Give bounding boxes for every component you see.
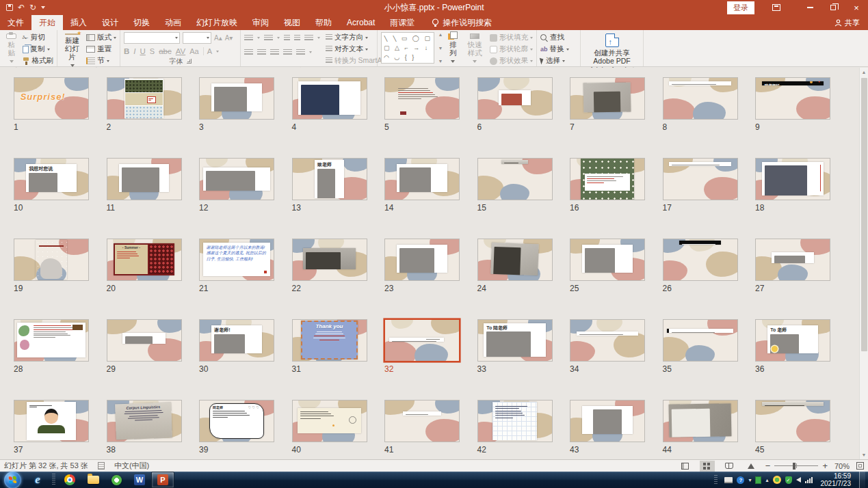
signin-button[interactable]: 登录 — [727, 1, 754, 14]
strikethrough-button[interactable]: abc — [159, 47, 172, 55]
scroll-up-arrow[interactable]: ▲ — [862, 68, 867, 77]
shapes-row[interactable]: ╲ ╲ ▭ ◯ ▢ — [384, 36, 432, 42]
view-slide-sorter-button[interactable] — [700, 461, 715, 472]
security-360-tray-icon[interactable] — [773, 476, 781, 484]
tray-caret-icon[interactable]: ▾ — [748, 477, 751, 483]
slide-thumbnail-34[interactable] — [570, 319, 645, 362]
tell-me-search[interactable]: 操作说明搜索 — [432, 15, 492, 30]
slide-thumbnail-9[interactable]: 陆老师好~♥ — [755, 77, 830, 120]
tab-雨课堂[interactable]: 雨课堂 — [382, 15, 422, 30]
cut-button[interactable]: ✁剪切 — [23, 32, 54, 43]
slide-thumbnail-15[interactable] — [477, 158, 553, 200]
restore-button[interactable] — [821, 0, 845, 15]
shapes-gallery-scroll[interactable]: ▲▼▼ — [438, 32, 443, 64]
slide-thumbnail-41[interactable] — [384, 400, 460, 442]
slide-thumbnail-43[interactable] — [570, 400, 645, 442]
bold-button[interactable]: B — [124, 47, 129, 55]
tab-文件[interactable]: 文件 — [0, 15, 31, 30]
slide-thumbnail-44[interactable] — [663, 400, 738, 442]
slide-thumbnail-19[interactable] — [14, 239, 89, 281]
tab-Acrobat[interactable]: Acrobat — [339, 15, 382, 30]
battery-tray-icon[interactable] — [755, 476, 761, 484]
zoom-slider-thumb[interactable] — [793, 463, 795, 470]
slide-thumbnail-12[interactable] — [199, 158, 274, 200]
arrange-button[interactable]: 排列 — [446, 32, 460, 66]
align-center-icon[interactable] — [257, 49, 266, 56]
minimize-button[interactable] — [798, 0, 821, 15]
slide-thumbnail-13[interactable]: 致老师 — [292, 158, 367, 200]
slide-thumbnail-26[interactable] — [663, 239, 738, 281]
zoom-in-button[interactable]: + — [822, 461, 828, 471]
network-tray-icon[interactable] — [805, 477, 813, 483]
grow-font-button[interactable]: A▴ — [214, 34, 222, 42]
layout-button[interactable]: 版式 — [86, 32, 116, 43]
section-button[interactable]: 节 — [86, 55, 116, 66]
show-desktop-button[interactable] — [859, 472, 865, 488]
zoom-out-button[interactable]: − — [765, 461, 771, 471]
scrollbar-thumb[interactable] — [861, 78, 867, 351]
start-button[interactable] — [4, 472, 21, 488]
columns-icon[interactable] — [296, 49, 305, 56]
slide-thumbnail-5[interactable] — [384, 77, 460, 120]
slide-thumbnail-10[interactable]: 我想对您说 — [14, 158, 89, 200]
create-pdf-button[interactable]: 创建并共享Adobe PDF — [591, 32, 632, 66]
taskbar-chrome-button[interactable] — [58, 472, 81, 488]
font-color-button[interactable]: A — [203, 47, 212, 55]
volume-tray-icon[interactable] — [796, 477, 801, 483]
slide-thumbnail-39[interactable]: ♡ ♡ ♡陆老师 — [199, 400, 274, 442]
underline-button[interactable]: U — [140, 47, 146, 55]
slide-thumbnail-1[interactable]: Surprise! — [14, 77, 89, 120]
save-icon[interactable] — [6, 4, 13, 11]
tab-帮助[interactable]: 帮助 — [308, 15, 339, 30]
tab-审阅[interactable]: 审阅 — [245, 15, 276, 30]
slide-thumbnail-27[interactable] — [755, 239, 830, 281]
notes-button[interactable] — [98, 462, 105, 470]
slide-thumbnail-22[interactable] — [292, 239, 367, 281]
line-spacing-icon[interactable] — [304, 35, 313, 42]
shrink-font-button[interactable]: A▾ — [225, 34, 233, 42]
shapes-row[interactable]: ▢ △ ⌐ → ↓ — [384, 45, 432, 51]
share-button[interactable]: 共享 — [834, 15, 860, 30]
slide-thumbnail-31[interactable]: Thank you — [292, 319, 367, 362]
tab-切换[interactable]: 切换 — [126, 15, 157, 30]
slide-thumbnail-21[interactable]: 谢谢陆老师这两个月以来的教诲! 感谢这个夏天的遇见, 祝您以后的日子, 生活愉快… — [199, 239, 274, 281]
font-size-select[interactable] — [183, 32, 211, 44]
slide-thumbnail-33[interactable]: To 陆老师 — [477, 319, 553, 362]
tab-插入[interactable]: 插入 — [63, 15, 94, 30]
taskbar-clock[interactable]: 16:59 2021/7/23 — [817, 472, 856, 488]
slide-thumbnail-17[interactable] — [663, 158, 738, 200]
justify-icon[interactable] — [283, 49, 292, 56]
slide-thumbnail-32[interactable] — [384, 319, 460, 362]
tab-视图[interactable]: 视图 — [276, 15, 308, 30]
slide-thumbnail-42[interactable] — [477, 400, 553, 442]
tab-设计[interactable]: 设计 — [94, 15, 126, 30]
slide-thumbnail-28[interactable] — [14, 319, 89, 362]
view-normal-button[interactable] — [678, 461, 693, 472]
ribbon-options-icon[interactable] — [772, 4, 780, 11]
slide-counter[interactable]: 幻灯片 第 32 张, 共 53 张 — [4, 461, 88, 471]
language-indicator[interactable]: 中文(中国) — [114, 461, 149, 471]
quick-styles-button[interactable]: 快速样式 — [463, 32, 486, 66]
slide-thumbnail-29[interactable] — [107, 319, 182, 362]
help-tray-icon[interactable]: ? — [737, 476, 744, 484]
tab-开始[interactable]: 开始 — [31, 15, 63, 30]
slide-thumbnail-24[interactable] — [477, 239, 553, 281]
slide-thumbnail-40[interactable] — [292, 400, 367, 442]
new-slide-button[interactable]: 新建幻灯片 — [61, 32, 83, 66]
format-painter-button[interactable]: 格式刷 — [23, 55, 54, 66]
slide-thumbnail-6[interactable] — [477, 77, 553, 120]
taskbar-powerpoint-button[interactable]: P — [151, 472, 174, 488]
find-button[interactable]: 查找 — [540, 32, 569, 43]
tab-动画[interactable]: 动画 — [157, 15, 189, 30]
qat-customize-icon[interactable] — [41, 6, 45, 11]
font-name-select[interactable] — [124, 32, 180, 44]
select-button[interactable]: 选择 — [540, 55, 569, 66]
slide-thumbnail-35[interactable] — [663, 319, 738, 362]
italic-button[interactable]: I — [133, 47, 135, 55]
scroll-down-arrow[interactable]: ▼ — [862, 450, 867, 459]
text-shadow-button[interactable]: S — [150, 47, 155, 55]
slide-thumbnail-45[interactable] — [755, 400, 830, 442]
increase-indent-icon[interactable] — [294, 35, 300, 42]
slide-thumbnail-16[interactable] — [570, 158, 645, 200]
copy-button[interactable]: 复制 — [23, 44, 54, 55]
